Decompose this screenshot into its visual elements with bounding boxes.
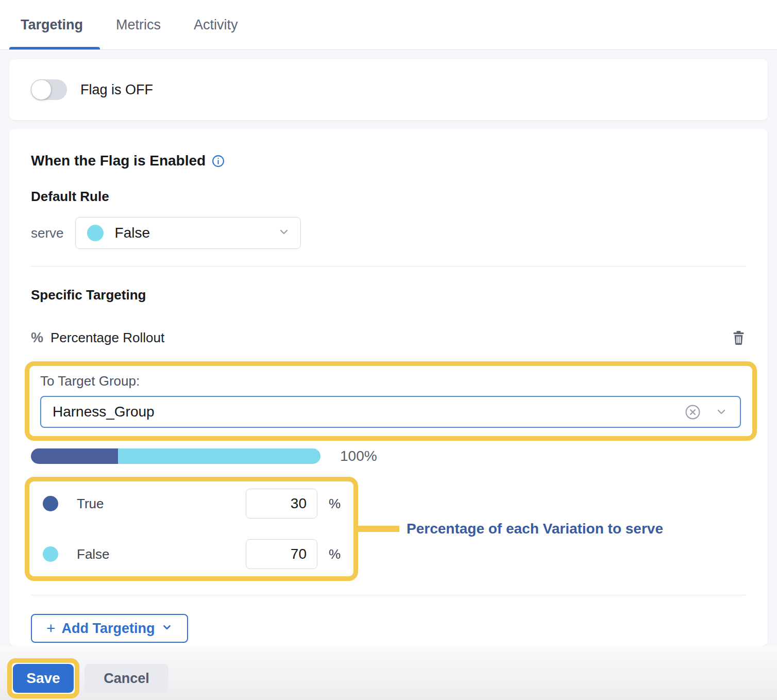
target-group-select[interactable]: Harness_Group [40,396,741,428]
variation-color-dot [43,546,58,562]
default-variation-value: False [115,225,150,241]
percent-unit: % [329,546,343,562]
annotation-connector-line [358,526,399,532]
tab-bar: Targeting Metrics Activity [0,0,777,50]
annotation-text: Percentage of each Variation to serve [407,521,663,537]
action-bar: Save Cancel [0,646,777,700]
variation-row-true: True % [40,489,343,519]
add-targeting-label: Add Targeting [62,621,155,637]
info-icon[interactable] [212,155,225,168]
variation-color-dot [43,496,58,511]
divider [31,595,746,595]
targeting-rules-card: When the Flag is Enabled Default Rule se… [9,129,768,646]
chevron-down-icon [278,226,290,240]
clear-selection-icon[interactable] [685,404,701,420]
divider [31,266,746,266]
tab-activity-label: Activity [194,17,238,33]
variation-row-false: False % [40,539,343,569]
bar-segment-false [118,448,320,464]
variation-name: False [77,546,110,562]
tab-targeting[interactable]: Targeting [21,0,83,49]
variation-weight-input-true[interactable] [246,489,317,519]
flag-state-label: Flag is OFF [80,82,153,98]
percent-unit: % [329,496,343,512]
flag-state-card: Flag is OFF [9,59,768,120]
toggle-knob [31,79,52,100]
trash-icon [732,330,746,345]
section-title: When the Flag is Enabled [31,153,206,169]
tab-metrics[interactable]: Metrics [116,0,161,49]
rule-type-label: Percentage Rollout [50,330,164,346]
target-group-value: Harness_Group [53,404,155,420]
variation-weight-input-false[interactable] [246,539,317,569]
target-group-highlight: To Target Group: Harness_Group [25,361,757,441]
delete-rule-button[interactable] [732,330,746,345]
cancel-button[interactable]: Cancel [85,664,168,693]
flag-state-toggle[interactable] [31,79,67,100]
annotation-callout: Percentage of each Variation to serve [358,521,663,537]
chevron-down-icon[interactable] [715,406,728,418]
serve-label: serve [31,225,64,241]
bar-segment-true [31,448,118,464]
target-group-label: To Target Group: [40,373,741,389]
add-targeting-button[interactable]: + Add Targeting [31,614,188,643]
active-tab-indicator [9,47,100,49]
variations-highlight: True % False % [25,477,358,581]
default-rule-heading: Default Rule [31,189,746,205]
feature-flag-targeting-page: Targeting Metrics Activity Flag is OFF W… [0,0,777,700]
plus-icon: + [46,621,56,636]
chevron-down-icon [161,621,173,637]
default-variation-select[interactable]: False [75,217,301,249]
rollout-total-label: 100% [340,448,377,464]
rollout-weight-bar [31,448,320,464]
variation-name: True [77,496,104,512]
specific-targeting-heading: Specific Targeting [31,287,746,303]
variation-color-dot [87,225,104,241]
tab-targeting-label: Targeting [21,17,83,33]
percent-icon: % [31,330,43,346]
save-highlight: Save [7,658,79,698]
save-button[interactable]: Save [13,664,74,693]
tab-metrics-label: Metrics [116,17,161,33]
tab-activity[interactable]: Activity [194,0,238,49]
